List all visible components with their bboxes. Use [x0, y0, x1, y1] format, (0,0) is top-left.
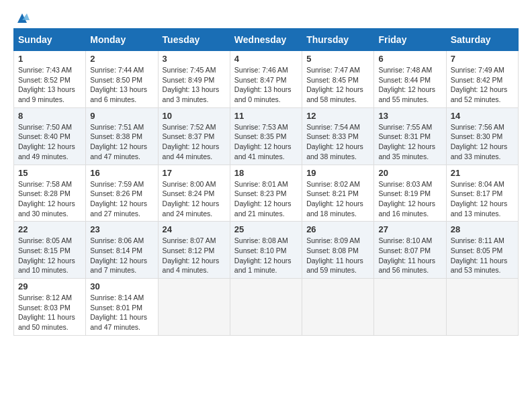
- calendar-cell: 28 Sunrise: 8:11 AM Sunset: 8:05 PM Dayl…: [446, 222, 518, 279]
- day-number: 3: [163, 54, 226, 64]
- logo: [13, 13, 30, 23]
- day-info: Sunrise: 7:58 AM Sunset: 8:28 PM Dayligh…: [18, 179, 81, 219]
- day-number: 29: [18, 281, 81, 291]
- calendar-table: SundayMondayTuesdayWednesdayThursdayFrid…: [13, 28, 519, 336]
- day-info: Sunrise: 8:08 AM Sunset: 8:10 PM Dayligh…: [234, 236, 298, 275]
- day-info: Sunrise: 8:02 AM Sunset: 8:21 PM Dayligh…: [306, 179, 369, 219]
- day-info: Sunrise: 7:54 AM Sunset: 8:33 PM Dayligh…: [306, 122, 369, 162]
- page-header: [13, 13, 519, 23]
- weekday-header-saturday: Saturday: [446, 29, 518, 51]
- day-info: Sunrise: 7:47 AM Sunset: 8:45 PM Dayligh…: [306, 65, 369, 105]
- calendar-cell: 14 Sunrise: 7:56 AM Sunset: 8:30 PM Dayl…: [446, 107, 518, 165]
- calendar-cell: 4 Sunrise: 7:46 AM Sunset: 8:47 PM Dayli…: [230, 51, 302, 108]
- calendar-cell: 1 Sunrise: 7:43 AM Sunset: 8:52 PM Dayli…: [14, 51, 86, 108]
- day-number: 12: [306, 111, 369, 121]
- calendar-cell: 5 Sunrise: 7:47 AM Sunset: 8:45 PM Dayli…: [302, 51, 374, 108]
- day-number: 24: [163, 224, 226, 234]
- logo-icon: [15, 11, 30, 26]
- weekday-header-sunday: Sunday: [14, 29, 86, 51]
- day-info: Sunrise: 7:49 AM Sunset: 8:42 PM Dayligh…: [451, 65, 514, 105]
- calendar-cell: 17 Sunrise: 8:00 AM Sunset: 8:24 PM Dayl…: [158, 165, 230, 222]
- calendar-week-row: 8 Sunrise: 7:50 AM Sunset: 8:40 PM Dayli…: [14, 107, 519, 165]
- day-number: 22: [18, 224, 81, 234]
- day-info: Sunrise: 7:52 AM Sunset: 8:37 PM Dayligh…: [163, 122, 226, 162]
- calendar-cell: 26 Sunrise: 8:09 AM Sunset: 8:08 PM Dayl…: [302, 222, 374, 279]
- day-info: Sunrise: 7:45 AM Sunset: 8:49 PM Dayligh…: [163, 65, 226, 105]
- day-info: Sunrise: 8:07 AM Sunset: 8:12 PM Dayligh…: [163, 236, 226, 275]
- calendar-cell: 19 Sunrise: 8:02 AM Sunset: 8:21 PM Dayl…: [302, 165, 374, 222]
- day-info: Sunrise: 8:01 AM Sunset: 8:23 PM Dayligh…: [234, 179, 298, 219]
- day-info: Sunrise: 8:03 AM Sunset: 8:19 PM Dayligh…: [378, 179, 441, 219]
- day-number: 8: [18, 111, 81, 121]
- day-number: 1: [18, 54, 81, 64]
- calendar-cell: 6 Sunrise: 7:48 AM Sunset: 8:44 PM Dayli…: [374, 51, 446, 108]
- calendar-cell: 20 Sunrise: 8:03 AM Sunset: 8:19 PM Dayl…: [374, 165, 446, 222]
- day-info: Sunrise: 8:06 AM Sunset: 8:14 PM Dayligh…: [90, 236, 153, 275]
- calendar-cell: [374, 279, 446, 336]
- weekday-header-row: SundayMondayTuesdayWednesdayThursdayFrid…: [14, 29, 519, 51]
- day-number: 16: [90, 168, 153, 178]
- day-info: Sunrise: 7:44 AM Sunset: 8:50 PM Dayligh…: [90, 65, 153, 105]
- calendar-cell: 16 Sunrise: 7:59 AM Sunset: 8:26 PM Dayl…: [86, 165, 158, 222]
- calendar-cell: 13 Sunrise: 7:55 AM Sunset: 8:31 PM Dayl…: [374, 107, 446, 165]
- calendar-cell: 23 Sunrise: 8:06 AM Sunset: 8:14 PM Dayl…: [86, 222, 158, 279]
- day-number: 25: [234, 224, 298, 234]
- calendar-cell: 11 Sunrise: 7:53 AM Sunset: 8:35 PM Dayl…: [230, 107, 302, 165]
- day-info: Sunrise: 7:50 AM Sunset: 8:40 PM Dayligh…: [18, 122, 81, 162]
- calendar-cell: 2 Sunrise: 7:44 AM Sunset: 8:50 PM Dayli…: [86, 51, 158, 108]
- day-number: 23: [90, 224, 153, 234]
- day-info: Sunrise: 8:12 AM Sunset: 8:03 PM Dayligh…: [18, 293, 81, 332]
- day-info: Sunrise: 7:46 AM Sunset: 8:47 PM Dayligh…: [234, 65, 298, 105]
- day-number: 28: [451, 224, 514, 234]
- day-number: 20: [378, 168, 441, 178]
- calendar-cell: 15 Sunrise: 7:58 AM Sunset: 8:28 PM Dayl…: [14, 165, 86, 222]
- calendar-cell: 30 Sunrise: 8:14 AM Sunset: 8:01 PM Dayl…: [86, 279, 158, 336]
- calendar-cell: 24 Sunrise: 8:07 AM Sunset: 8:12 PM Dayl…: [158, 222, 230, 279]
- day-number: 10: [163, 111, 226, 121]
- weekday-header-thursday: Thursday: [302, 29, 374, 51]
- calendar-cell: [302, 279, 374, 336]
- calendar-cell: 27 Sunrise: 8:10 AM Sunset: 8:07 PM Dayl…: [374, 222, 446, 279]
- calendar-cell: 7 Sunrise: 7:49 AM Sunset: 8:42 PM Dayli…: [446, 51, 518, 108]
- calendar-cell: 22 Sunrise: 8:05 AM Sunset: 8:15 PM Dayl…: [14, 222, 86, 279]
- day-info: Sunrise: 7:59 AM Sunset: 8:26 PM Dayligh…: [90, 179, 153, 219]
- weekday-header-wednesday: Wednesday: [230, 29, 302, 51]
- day-info: Sunrise: 8:09 AM Sunset: 8:08 PM Dayligh…: [306, 236, 369, 275]
- weekday-header-tuesday: Tuesday: [158, 29, 230, 51]
- day-info: Sunrise: 7:55 AM Sunset: 8:31 PM Dayligh…: [378, 122, 441, 162]
- day-info: Sunrise: 7:51 AM Sunset: 8:38 PM Dayligh…: [90, 122, 153, 162]
- day-number: 27: [378, 224, 441, 234]
- day-info: Sunrise: 7:56 AM Sunset: 8:30 PM Dayligh…: [451, 122, 514, 162]
- day-info: Sunrise: 8:05 AM Sunset: 8:15 PM Dayligh…: [18, 236, 81, 275]
- day-number: 17: [163, 168, 226, 178]
- day-number: 21: [451, 168, 514, 178]
- day-info: Sunrise: 8:14 AM Sunset: 8:01 PM Dayligh…: [90, 293, 153, 332]
- day-number: 9: [90, 111, 153, 121]
- day-number: 15: [18, 168, 81, 178]
- day-number: 26: [306, 224, 369, 234]
- day-info: Sunrise: 8:10 AM Sunset: 8:07 PM Dayligh…: [378, 236, 441, 275]
- calendar-week-row: 29 Sunrise: 8:12 AM Sunset: 8:03 PM Dayl…: [14, 279, 519, 336]
- day-info: Sunrise: 8:04 AM Sunset: 8:17 PM Dayligh…: [451, 179, 514, 219]
- day-number: 14: [451, 111, 514, 121]
- weekday-header-monday: Monday: [86, 29, 158, 51]
- day-number: 19: [306, 168, 369, 178]
- calendar-cell: [158, 279, 230, 336]
- calendar-cell: 8 Sunrise: 7:50 AM Sunset: 8:40 PM Dayli…: [14, 107, 86, 165]
- calendar-cell: 25 Sunrise: 8:08 AM Sunset: 8:10 PM Dayl…: [230, 222, 302, 279]
- calendar-cell: [446, 279, 518, 336]
- day-number: 6: [378, 54, 441, 64]
- calendar-week-row: 15 Sunrise: 7:58 AM Sunset: 8:28 PM Dayl…: [14, 165, 519, 222]
- weekday-header-friday: Friday: [374, 29, 446, 51]
- calendar-cell: 29 Sunrise: 8:12 AM Sunset: 8:03 PM Dayl…: [14, 279, 86, 336]
- calendar-week-row: 1 Sunrise: 7:43 AM Sunset: 8:52 PM Dayli…: [14, 51, 519, 108]
- day-number: 11: [234, 111, 298, 121]
- day-info: Sunrise: 8:00 AM Sunset: 8:24 PM Dayligh…: [163, 179, 226, 219]
- day-number: 2: [90, 54, 153, 64]
- calendar-cell: 21 Sunrise: 8:04 AM Sunset: 8:17 PM Dayl…: [446, 165, 518, 222]
- day-info: Sunrise: 7:53 AM Sunset: 8:35 PM Dayligh…: [234, 122, 298, 162]
- day-info: Sunrise: 7:48 AM Sunset: 8:44 PM Dayligh…: [378, 65, 441, 105]
- day-number: 4: [234, 54, 298, 64]
- calendar-cell: 9 Sunrise: 7:51 AM Sunset: 8:38 PM Dayli…: [86, 107, 158, 165]
- calendar-cell: [230, 279, 302, 336]
